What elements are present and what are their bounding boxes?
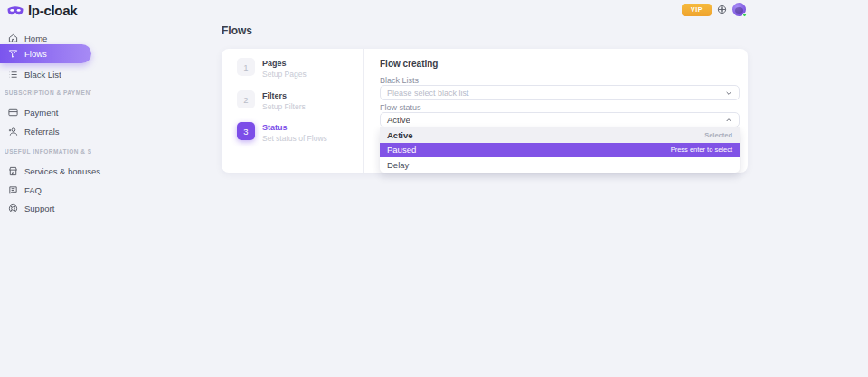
sidebar-item-label: FAQ xyxy=(24,185,42,195)
app-logo[interactable]: lp-cloak xyxy=(7,3,77,18)
sidebar-item-label: Support xyxy=(24,203,54,213)
mask-logo-icon xyxy=(7,5,24,16)
black-lists-label: Black Lists xyxy=(380,76,419,85)
sidebar-item-label: Referrals xyxy=(24,127,60,137)
list-icon xyxy=(8,70,18,80)
sidebar-item-label: Services & bonuses xyxy=(24,166,100,176)
credit-card-icon xyxy=(8,108,18,118)
sidebar-item-label: Black List xyxy=(24,70,61,80)
sidebar-item-black-list[interactable]: Black List xyxy=(0,65,91,83)
user-avatar[interactable] xyxy=(732,3,746,16)
option-active[interactable]: Active Selected xyxy=(380,127,740,143)
step-number: 2 xyxy=(237,90,255,108)
option-hint: Selected xyxy=(704,131,732,139)
flow-status-dropdown: Active Selected Paused Press enter to se… xyxy=(380,127,740,173)
card-divider xyxy=(363,49,364,173)
top-header: lp-cloak VIP xyxy=(0,0,868,20)
step-pages[interactable]: 1 Pages Setup Pages xyxy=(237,58,307,79)
sidebar-item-faq[interactable]: FAQ xyxy=(0,181,91,199)
flow-status-label: Flow status xyxy=(380,103,421,112)
step-status[interactable]: 3 Status Set status of Flows xyxy=(237,122,327,143)
step-subtitle: Setup Filters xyxy=(262,102,306,111)
lifebuoy-icon xyxy=(8,203,18,213)
chevron-up-icon xyxy=(725,117,732,124)
step-title: Filters xyxy=(262,90,306,100)
user-plus-icon xyxy=(8,127,18,137)
sidebar-section-payments: Subscription & Payments xyxy=(5,90,91,96)
sidebar-item-payment[interactable]: Payment xyxy=(0,103,91,121)
flow-creating-card: 1 Pages Setup Pages 2 Filters Setup Filt… xyxy=(222,49,748,173)
online-status-dot xyxy=(742,13,747,17)
step-subtitle: Set status of Flows xyxy=(262,134,327,143)
home-icon xyxy=(8,33,18,43)
vip-button[interactable]: VIP xyxy=(682,4,712,16)
form-title: Flow creating xyxy=(380,59,438,69)
chat-faq-icon xyxy=(8,185,18,195)
step-filters[interactable]: 2 Filters Setup Filters xyxy=(237,90,306,111)
sidebar-item-label: Flows xyxy=(24,49,47,59)
option-hint: Press enter to select xyxy=(671,146,732,154)
sidebar-item-label: Payment xyxy=(24,108,59,118)
sidebar-item-referrals[interactable]: Referrals xyxy=(0,122,91,140)
step-title: Pages xyxy=(262,58,307,68)
step-title: Status xyxy=(262,122,327,132)
flows-funnel-icon xyxy=(8,49,18,59)
step-subtitle: Setup Pages xyxy=(262,70,307,79)
step-number: 3 xyxy=(237,122,255,140)
option-label: Paused xyxy=(387,145,416,155)
option-label: Delay xyxy=(387,160,409,170)
sidebar-item-services-bonuses[interactable]: Services & bonuses xyxy=(0,162,91,180)
sidebar-nav: Home Flows Black List Subscription & Pay… xyxy=(0,20,92,377)
sidebar-item-support[interactable]: Support xyxy=(0,199,91,217)
black-lists-placeholder: Please select black list xyxy=(387,89,469,98)
flow-status-select[interactable]: Active xyxy=(380,112,740,127)
sidebar-section-support: Useful information & Support xyxy=(5,148,91,155)
page-title: Flows xyxy=(222,24,252,37)
option-label: Active xyxy=(387,130,413,140)
sidebar-item-flows[interactable]: Flows xyxy=(0,44,91,63)
option-paused[interactable]: Paused Press enter to select xyxy=(380,143,740,158)
logo-text: lp-cloak xyxy=(28,3,77,18)
flow-status-value: Active xyxy=(387,115,410,125)
sidebar-item-label: Home xyxy=(24,33,47,43)
storefront-icon xyxy=(8,166,18,176)
black-lists-select[interactable]: Please select black list xyxy=(380,85,740,100)
option-delay[interactable]: Delay xyxy=(380,157,740,173)
language-globe-icon[interactable] xyxy=(717,5,727,14)
chevron-down-icon xyxy=(725,90,732,97)
step-number: 1 xyxy=(237,58,255,76)
